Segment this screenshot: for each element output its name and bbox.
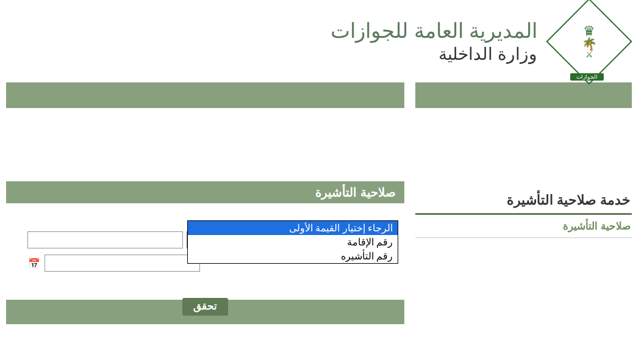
dropdown-option-visa[interactable]: رقم التأشيره [188, 249, 398, 263]
palm-icon: 🌴 [582, 38, 597, 50]
verify-button[interactable]: تحقق [182, 298, 228, 316]
calendar-icon[interactable]: 📅 [27, 257, 41, 269]
header-title-main: المديرية العامة للجوازات [331, 18, 537, 43]
logo-banner-text: الجوازات [570, 73, 604, 81]
main-panel: صلاحية التأشيرة ▼ رقم الإقامة 📅 الرجاء إ… [6, 114, 404, 324]
date-input[interactable] [45, 255, 200, 272]
bar-sidebar [415, 82, 632, 108]
top-bars [0, 82, 644, 108]
bar-main [6, 82, 404, 108]
swords-icon: ⚔ [585, 50, 593, 59]
crown-icon: ♛ [583, 24, 595, 38]
id-type-dropdown[interactable]: الرجاء إختيار القيمة الأولى رقم الإقامة … [187, 220, 398, 264]
sidebar-service-title: خدمة صلاحية التأشيرة [415, 187, 632, 215]
page-header: ♛ 🌴 ⚔ الجوازات المديرية العامة للجوازات … [0, 0, 644, 82]
panel-footer: تحقق [6, 300, 404, 324]
id-number-input[interactable] [27, 231, 183, 248]
header-title-sub: وزارة الداخلية [331, 44, 537, 64]
dropdown-option-iqama[interactable]: رقم الإقامة [188, 235, 398, 249]
sidebar-link-visa-validity[interactable]: صلاحية التأشيرة [415, 215, 632, 238]
sidebar: خدمة صلاحية التأشيرة صلاحية التأشيرة [415, 114, 632, 324]
logo: ♛ 🌴 ⚔ الجوازات [549, 5, 629, 78]
panel-title: صلاحية التأشيرة [6, 181, 404, 203]
dropdown-option-placeholder[interactable]: الرجاء إختيار القيمة الأولى [188, 221, 398, 235]
